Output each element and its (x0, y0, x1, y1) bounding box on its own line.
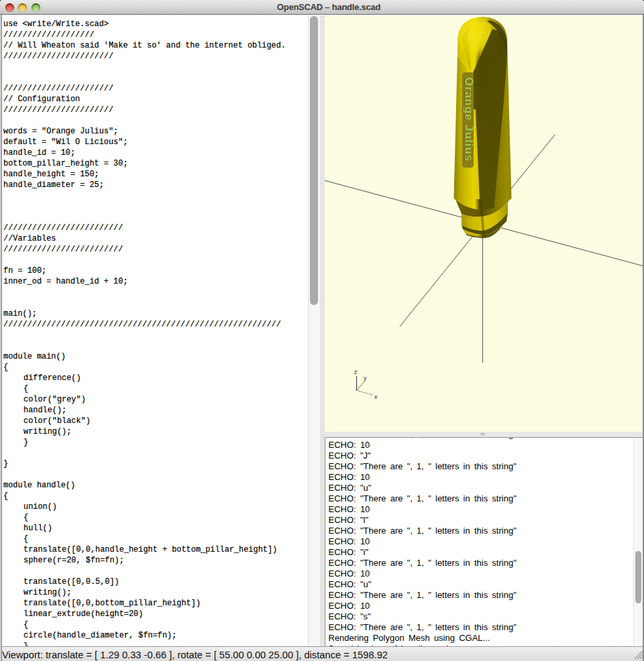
svg-text:y: y (364, 375, 367, 381)
svg-text:Orange Julius: Orange Julius (462, 77, 475, 162)
svg-text:x: x (374, 394, 378, 400)
svg-text:z: z (354, 369, 358, 375)
